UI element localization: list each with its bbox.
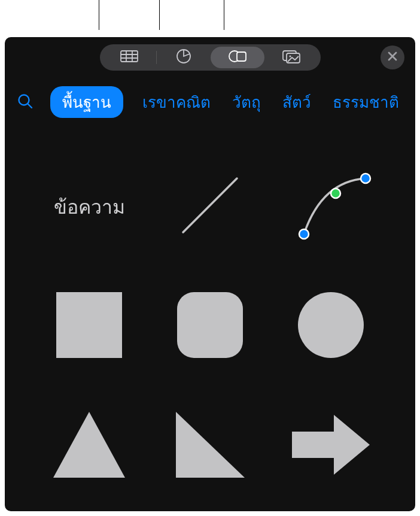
media-segment[interactable] [264,47,318,68]
triangle-icon [53,412,125,480]
search-button[interactable] [17,93,34,112]
insert-panel: พื้นฐาน เรขาคณิต วัตถุ สัตว์ ธรรมชาติ อ … [5,37,415,511]
category-tab-nature[interactable]: ธรรมชาติ [330,86,401,118]
table-icon [120,49,138,66]
text-shape-label: ข้อความ [54,192,125,222]
curve-icon [289,163,373,250]
callout-line-1 [99,0,99,30]
callout-line-2 [159,0,160,30]
category-tab-objects[interactable]: วัตถุ [230,86,263,118]
shape-text[interactable]: ข้อความ [47,165,131,248]
categories-bar: พื้นฐาน เรขาคณิต วัตถุ สัตว์ ธรรมชาติ อ [5,75,415,129]
shape-right-triangle[interactable] [168,404,252,488]
chart-icon [176,48,191,66]
category-tab-basic[interactable]: พื้นฐาน [50,86,123,118]
shape-curve[interactable] [289,165,373,248]
svg-point-21 [298,292,364,358]
svg-marker-23 [176,412,245,478]
toolbar [5,37,415,75]
category-tab-animals[interactable]: สัตว์ [280,86,314,118]
svg-point-10 [289,56,291,57]
search-icon [17,93,34,112]
svg-marker-22 [53,412,125,478]
svg-rect-19 [56,292,122,358]
shapes-grid: ข้อความ [5,129,415,511]
category-tab-geometry[interactable]: เรขาคณิต [140,86,213,118]
circle-icon [298,292,364,360]
line-icon [174,169,246,244]
svg-rect-7 [237,52,246,61]
close-button[interactable] [381,45,404,69]
svg-rect-0 [121,51,138,62]
callout-line-3 [224,0,224,30]
shape-arrow-right[interactable] [289,404,373,488]
arrow-right-icon [292,415,370,477]
rounded-square-icon [177,292,243,360]
shapes-segment[interactable] [211,47,264,68]
close-icon [388,51,397,63]
media-icon [282,48,301,66]
svg-marker-24 [292,415,370,475]
shape-line[interactable] [168,165,252,248]
right-triangle-icon [176,412,245,480]
svg-line-14 [28,104,32,108]
shape-triangle[interactable] [47,404,131,488]
svg-point-17 [361,174,370,183]
square-icon [56,292,122,360]
shape-rounded-square[interactable] [168,284,252,368]
insert-segmented-control [100,44,321,71]
svg-rect-20 [177,292,243,358]
charts-segment[interactable] [157,47,211,68]
svg-point-16 [299,229,309,239]
shapes-icon [228,48,247,66]
svg-line-15 [183,178,237,232]
shape-circle[interactable] [289,284,373,368]
svg-point-18 [331,189,340,198]
shape-square[interactable] [47,284,131,368]
tables-segment[interactable] [102,47,156,68]
